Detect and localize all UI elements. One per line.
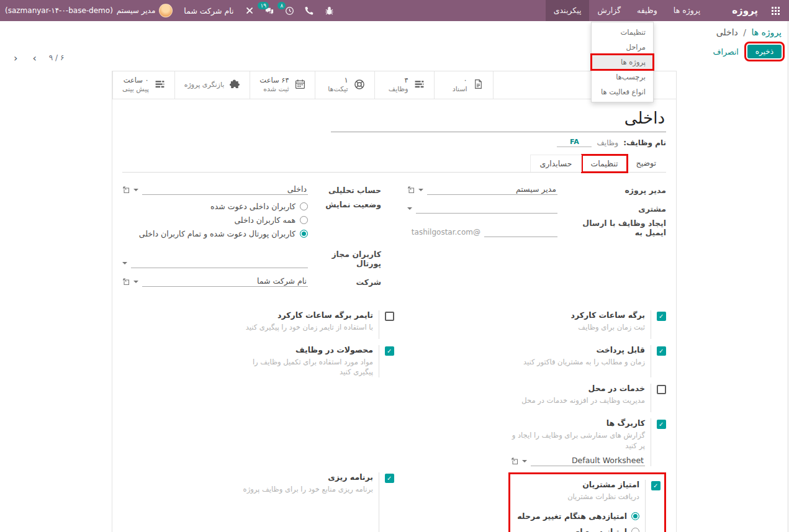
dropdown-item-stages[interactable]: مراحل (592, 40, 653, 55)
radio-icon[interactable] (631, 528, 639, 532)
form-sheet: ۰ اسناد ۴ وظایف (112, 71, 677, 532)
dropdown-item-projects[interactable]: پروژه ها (592, 55, 653, 70)
apps-menu-icon[interactable] (764, 0, 787, 21)
radio-label: کاربران پورتال دعوت شده و تمام کاربران د… (139, 229, 295, 238)
analytic-account-input[interactable]: داخلی (142, 184, 308, 195)
nav-item-projects[interactable]: پروژه ها (665, 0, 708, 21)
radio-selected-icon[interactable] (631, 512, 639, 520)
field-portal-users: کاربران مجاز پورتال (122, 250, 381, 268)
chevron-down-icon[interactable] (418, 189, 423, 191)
setting-customer-ratings[interactable]: امتیاز مشتریان دریافت نظرات مشتریان امتی… (515, 480, 661, 532)
nav-item-reporting[interactable]: گزارش (589, 0, 629, 21)
project-manager-input[interactable]: مدیر سیستم (427, 184, 557, 195)
stat-button-forecast[interactable]: ۰ ساعت پیش بینی (112, 71, 174, 99)
checkbox-checked-icon[interactable] (657, 420, 666, 429)
stat-label: بازنگری پروژه (184, 81, 225, 89)
breadcrumb: پروژه ها / داخلی (716, 27, 782, 37)
checkbox-checked-icon[interactable] (385, 474, 394, 483)
checkbox-checked-icon[interactable] (657, 312, 666, 321)
dropdown-item-settings[interactable]: تنظیمات (592, 25, 653, 40)
email-alias-input[interactable] (484, 227, 557, 237)
external-link-icon[interactable] (122, 186, 130, 194)
setting-products-on-tasks[interactable]: محصولات در وظایف مواد مورد استفاده برای … (239, 345, 394, 378)
stat-value: ۴ (389, 76, 408, 85)
translation-badge[interactable]: FA (557, 138, 592, 147)
tab-accounting[interactable]: حسابداری (530, 155, 581, 172)
field-visibility: وضعیت نمایش کاربران داخلی دعوت شده همه ک… (122, 200, 381, 245)
chevron-down-icon[interactable] (407, 207, 412, 210)
chevron-down-icon[interactable] (133, 281, 138, 283)
setting-planning[interactable]: برنامه ریزی برنامه ریزی منابع خود را برا… (239, 472, 394, 532)
checkbox-unchecked-icon[interactable] (385, 312, 394, 321)
stat-value: ۱ (328, 76, 348, 85)
setting-description: مدیریت وظایف در افزونه خدمات در محل (511, 395, 645, 406)
breadcrumb-separator: / (741, 27, 749, 37)
tab-description[interactable]: توضیح (628, 155, 665, 172)
chevron-down-icon[interactable] (522, 460, 527, 462)
page-title[interactable]: داخلی (332, 108, 665, 128)
rating-option-periodic[interactable]: امتیاز دوره ای (515, 527, 639, 532)
calendar-icon (295, 79, 305, 91)
pager-next-icon[interactable]: › (30, 52, 38, 64)
task-name-label: نام وظایف: (623, 138, 666, 147)
messages-icon[interactable]: ۱۹ (259, 0, 279, 21)
radio-icon[interactable] (300, 202, 308, 210)
setting-worksheets[interactable]: کاربرگ ها گزارش های سفارشی برای وظایف را… (511, 418, 666, 466)
worksheet-template-input[interactable]: Default Worksheet (531, 456, 645, 466)
nav-item-configuration[interactable]: پیکربندی (546, 0, 590, 21)
setting-field-service[interactable]: خدمات در محل مدیریت وظایف در افزونه خدما… (511, 384, 666, 412)
form-buttons: ذخیره انصراف (713, 45, 782, 58)
visibility-option-portal[interactable]: کاربران پورتال دعوت شده و تمام کاربران د… (139, 229, 308, 238)
customer-input[interactable] (416, 203, 557, 214)
breadcrumb-parent[interactable]: پروژه ها (751, 27, 782, 37)
app-name[interactable]: پروژه (726, 5, 764, 16)
project-name-field[interactable]: داخلی (331, 108, 666, 132)
setting-description: با استفاده از تایمر زمان خود را پیگیری ک… (239, 322, 373, 333)
setting-billable[interactable]: قابل پرداخت زمان و مطالب را به مشتریان ف… (511, 345, 666, 378)
chevron-down-icon[interactable] (122, 262, 127, 264)
setting-timesheets[interactable]: برگه ساعات کارکرد ثبت زمان برای وظایف (511, 310, 666, 339)
tools-icon[interactable] (240, 0, 259, 21)
stat-button-tickets[interactable]: ۱ تیکت‌ها (315, 71, 374, 99)
portal-users-input[interactable] (131, 258, 308, 268)
stat-value: ۰ ساعت (122, 76, 149, 85)
external-link-icon[interactable] (407, 186, 415, 194)
stat-button-tasks[interactable]: ۴ وظایف (374, 71, 434, 99)
checkbox-checked-icon[interactable] (657, 346, 666, 356)
fields-column-right: مدیر پروژه مدیر سیستم (407, 181, 666, 292)
bug-icon[interactable] (319, 0, 339, 21)
external-link-icon[interactable] (122, 278, 130, 286)
dropdown-item-activity-types[interactable]: انواع فعالیت ها (592, 84, 653, 99)
rating-option-stage-change[interactable]: امتیازدهی هنگام تغییر مرحله (515, 512, 639, 521)
discard-button[interactable]: انصراف (713, 47, 739, 56)
user-menu[interactable]: مدیر سیستم (sazmanyar-۱۴-۰-base-demo) (2, 4, 178, 17)
activities-clock-icon[interactable]: ۸ (279, 0, 299, 21)
setting-timesheet-timer[interactable]: تایمر برگه ساعات کارکرد با استفاده از تا… (239, 310, 394, 339)
stat-button-recorded-hours[interactable]: ۶۴ ساعت ثبت شده (250, 71, 314, 99)
phone-icon[interactable] (299, 0, 319, 21)
stat-label: تیکت‌ها (328, 85, 348, 94)
puzzle-icon (230, 79, 240, 91)
pager-prev-icon[interactable]: ‹ (11, 52, 20, 64)
radio-icon[interactable] (300, 216, 308, 224)
nav-item-tasks[interactable]: وظیفه (629, 0, 665, 21)
tab-settings[interactable]: تنظیمات (582, 155, 628, 173)
company-input[interactable]: نام شرکت شما (142, 276, 308, 287)
dropdown-item-tags[interactable]: برچسب‌ها (592, 70, 653, 84)
radio-selected-icon[interactable] (300, 230, 308, 238)
form-view: ۰ اسناد ۴ وظایف (0, 71, 789, 532)
stat-button-documents[interactable]: ۰ اسناد (434, 71, 494, 99)
checkbox-checked-icon[interactable] (385, 346, 394, 356)
visibility-option-all-internal[interactable]: همه کاربران داخلی (139, 215, 308, 225)
radio-label: کاربران داخلی دعوت شده (210, 202, 295, 211)
visibility-option-invited-internal[interactable]: کاربران داخلی دعوت شده (139, 202, 308, 211)
task-name-value[interactable]: وظایف (597, 138, 618, 147)
company-switcher[interactable]: نام شرکت شما (178, 6, 240, 16)
checkbox-unchecked-icon[interactable] (657, 385, 666, 394)
save-button[interactable]: ذخیره (747, 45, 782, 58)
user-avatar (159, 4, 173, 17)
stat-button-project-review[interactable]: بازنگری پروژه (174, 71, 250, 99)
checkbox-checked-icon[interactable] (651, 481, 661, 490)
chevron-down-icon[interactable] (133, 189, 138, 191)
external-link-icon[interactable] (511, 458, 518, 465)
